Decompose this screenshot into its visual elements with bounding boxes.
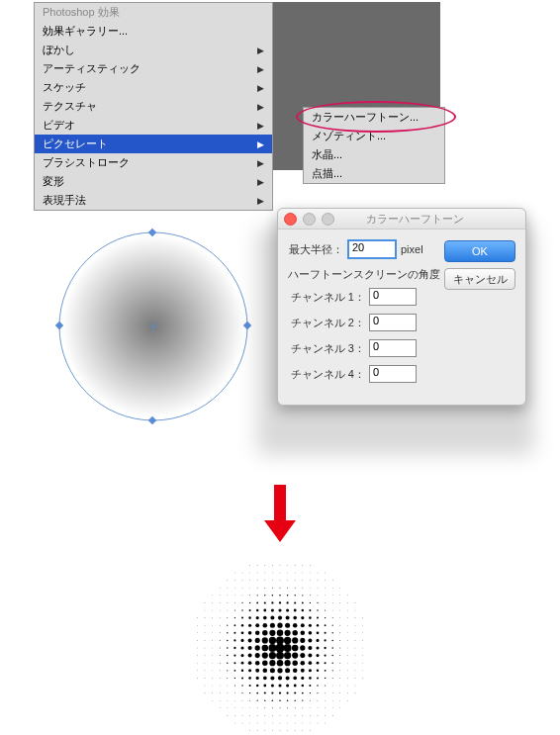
svg-point-290 (227, 670, 228, 671)
svg-point-185 (301, 631, 306, 636)
svg-point-210 (316, 639, 319, 642)
svg-point-273 (269, 660, 275, 666)
svg-point-342 (278, 684, 281, 687)
svg-point-242 (212, 655, 213, 656)
svg-point-297 (277, 668, 282, 673)
titlebar: カラーハーフトーン (278, 209, 525, 230)
svg-point-310 (205, 678, 206, 679)
svg-point-316 (248, 677, 251, 680)
svg-point-53 (264, 588, 265, 589)
menu-item-3[interactable]: スケッチ▶ (35, 78, 272, 97)
channel-3-label: チャンネル 3： (288, 341, 365, 356)
submenu-item-0[interactable]: カラーハーフトーン... (304, 108, 444, 127)
svg-point-73 (279, 595, 281, 597)
channel-3-input[interactable]: 0 (369, 339, 417, 357)
svg-point-382 (272, 699, 274, 701)
svg-point-293 (248, 669, 251, 672)
svg-point-233 (316, 646, 319, 649)
chevron-right-icon: ▶ (257, 102, 264, 112)
svg-point-26 (287, 573, 288, 574)
svg-point-220 (220, 648, 221, 649)
channel-1-input[interactable]: 0 (369, 288, 417, 306)
cancel-button[interactable]: キャンセル (444, 268, 515, 290)
svg-point-66 (228, 596, 229, 597)
svg-point-441 (272, 730, 273, 731)
svg-point-283 (347, 663, 348, 664)
svg-point-180 (262, 630, 267, 635)
svg-point-399 (264, 707, 265, 708)
submenu-item-2[interactable]: 水晶... (304, 145, 444, 164)
svg-point-276 (292, 660, 297, 665)
menu-item-2[interactable]: アーティスティック▶ (35, 59, 272, 78)
svg-point-354 (212, 692, 213, 693)
svg-point-438 (249, 730, 250, 731)
svg-point-25 (280, 573, 281, 574)
svg-point-373 (355, 692, 356, 693)
svg-point-115 (286, 608, 289, 611)
svg-point-351 (347, 686, 348, 687)
svg-point-31 (325, 573, 326, 574)
svg-point-396 (242, 708, 243, 709)
menu-item-label: 効果ギャラリー... (43, 24, 128, 39)
ok-button[interactable]: OK (444, 240, 515, 262)
svg-point-164 (317, 624, 319, 626)
channel-4-label: チャンネル 4： (288, 367, 365, 382)
svg-point-142 (325, 617, 326, 618)
svg-point-383 (279, 699, 281, 701)
svg-point-335 (227, 686, 228, 687)
svg-point-175 (227, 632, 228, 633)
svg-point-156 (255, 623, 259, 627)
svg-point-325 (317, 677, 319, 679)
menu-item-7[interactable]: ブラシストローク▶ (35, 153, 272, 172)
menu-item-6[interactable]: ピクセレート▶ (35, 135, 272, 153)
svg-point-128 (220, 617, 221, 618)
svg-point-306 (347, 671, 348, 672)
svg-point-52 (257, 588, 258, 589)
menu-item-label: ピクセレート (43, 137, 108, 151)
svg-point-154 (241, 624, 243, 626)
submenu-item-3[interactable]: 点描... (304, 164, 444, 183)
svg-point-330 (355, 678, 356, 679)
channel-2-input[interactable]: 0 (369, 314, 417, 331)
svg-point-47 (220, 588, 221, 589)
max-radius-input[interactable]: 20 (347, 239, 397, 259)
menu-item-1[interactable]: ぼかし▶ (35, 41, 272, 59)
svg-point-188 (325, 632, 327, 634)
close-icon[interactable] (284, 213, 297, 226)
menu-item-8[interactable]: 変形▶ (35, 172, 272, 191)
svg-point-326 (325, 678, 326, 679)
svg-point-82 (347, 596, 348, 597)
menu-item-5[interactable]: ビデオ▶ (35, 116, 272, 135)
submenu-item-1[interactable]: メゾティント... (304, 127, 444, 145)
svg-point-259 (339, 655, 340, 656)
svg-point-332 (205, 686, 206, 687)
svg-point-381 (264, 700, 265, 701)
svg-point-234 (324, 647, 326, 649)
channel-4-input[interactable]: 0 (369, 365, 417, 383)
svg-point-334 (220, 686, 221, 687)
svg-point-125 (197, 617, 198, 618)
svg-point-45 (325, 580, 326, 581)
svg-point-378 (242, 700, 243, 701)
menu-item-0[interactable]: 効果ギャラリー... (35, 22, 272, 41)
svg-point-319 (270, 676, 274, 680)
svg-point-387 (310, 700, 311, 701)
svg-point-261 (355, 655, 356, 656)
svg-point-213 (339, 640, 340, 641)
svg-point-355 (220, 692, 221, 693)
svg-point-23 (265, 573, 266, 574)
channel-1-label: チャンネル 1： (288, 290, 365, 305)
svg-point-205 (276, 636, 284, 644)
svg-point-412 (242, 715, 243, 716)
svg-point-250 (269, 652, 276, 659)
menu-item-4[interactable]: テクスチャ▶ (35, 97, 272, 116)
svg-point-18 (310, 565, 311, 566)
svg-point-51 (249, 588, 250, 589)
svg-point-227 (268, 644, 276, 652)
svg-point-167 (339, 625, 340, 626)
svg-point-151 (220, 625, 221, 626)
svg-point-58 (302, 588, 303, 589)
svg-point-72 (272, 595, 274, 597)
svg-point-439 (257, 730, 258, 731)
svg-point-221 (227, 647, 229, 649)
